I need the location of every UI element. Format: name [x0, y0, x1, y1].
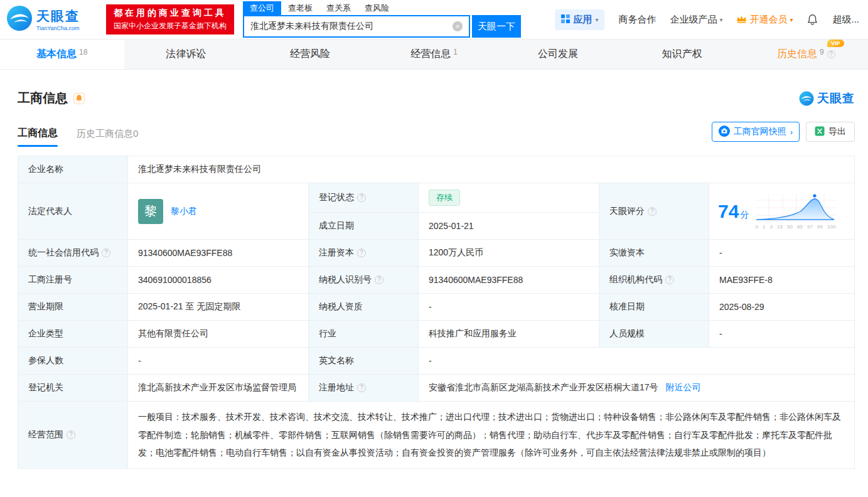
help-icon[interactable]: ?: [375, 275, 383, 284]
tianyancha-logo-icon: [6, 5, 33, 34]
value-company-name: 淮北逐梦未来科技有限责任公司: [128, 156, 855, 183]
label-legal-rep: 法定代表人: [18, 183, 128, 240]
apps-grid-icon: [561, 14, 570, 25]
tab-history-info[interactable]: 历史信息 9 ? VIP: [744, 40, 868, 69]
label-business-term: 营业期限: [18, 294, 128, 321]
chevron-down-icon: ▾: [790, 16, 793, 23]
value-reg-number: 340691000018856: [128, 267, 309, 294]
watermark-logo-label: 天眼查: [817, 90, 855, 107]
label-industry: 行业: [309, 321, 419, 348]
value-establish-date: 2025-01-21: [419, 213, 599, 240]
vip-membership-label: 开通会员: [749, 14, 787, 26]
export-button-label: 导出: [828, 126, 846, 137]
notification-bell-icon[interactable]: [806, 14, 818, 26]
subtab-history-business-info[interactable]: 历史工商信息0: [77, 128, 138, 147]
value-business-scope: 一般项目：技术服务、技术开发、技术咨询、技术交流、技术转让、技术推广；进出口代理…: [128, 402, 855, 469]
value-taxpayer-quality: -: [419, 294, 599, 321]
label-company-name: 企业名称: [18, 156, 128, 183]
legal-rep-link[interactable]: 黎小君: [171, 206, 197, 217]
table-row: 营业期限 2025-01-21 至 无固定期限 纳税人资质 - 核准日期 202…: [18, 294, 855, 321]
tab-intellectual-property[interactable]: 知识产权: [620, 40, 744, 69]
top-bar: 天眼查 TianYanCha.com 都在用的商业查询工具 国家中小企业发展子基…: [0, 0, 868, 40]
label-business-scope: 经营范围?: [18, 402, 128, 469]
apps-menu[interactable]: 应用 ▾: [555, 9, 604, 30]
excel-export-icon: [815, 126, 825, 138]
label-reg-capital: 注册资本?: [309, 240, 419, 267]
value-staff-size: -: [709, 321, 855, 348]
label-reg-status: 登记状态?: [309, 183, 419, 213]
promo-badge: 都在用的商业查询工具 国家中小企业发展子基金旗下机构: [106, 4, 234, 35]
label-approval-date: 核准日期: [599, 294, 709, 321]
search-tab-relation[interactable]: 查关系: [319, 1, 358, 15]
super-vip-link[interactable]: 超级...: [832, 14, 859, 26]
label-company-type: 企业类型: [18, 321, 128, 348]
main-content: 工商信息 天眼查 工商信息 历史工商信息0: [0, 90, 868, 469]
value-business-term: 2025-01-21 至 无固定期限: [128, 294, 309, 321]
logo-title: 天眼查: [36, 8, 80, 25]
value-tianyan-score[interactable]: 74分: [709, 183, 855, 240]
label-english-name: 英文名称: [309, 348, 419, 375]
official-snapshot-button[interactable]: 工商官网快照 ›: [712, 122, 800, 142]
apps-menu-label: 应用: [573, 14, 592, 26]
score-number[interactable]: 74分: [718, 201, 749, 222]
export-button[interactable]: 导出: [806, 122, 855, 142]
tab-legal-litigation[interactable]: 法律诉讼: [124, 40, 249, 69]
label-reg-number: 工商注册号: [18, 267, 128, 294]
value-paid-capital: -: [709, 240, 855, 267]
legal-rep-avatar[interactable]: 黎: [138, 199, 163, 224]
search-tab-boss[interactable]: 查老板: [281, 1, 319, 15]
search-button[interactable]: 天眼一下: [472, 15, 521, 38]
help-icon[interactable]: ?: [827, 50, 835, 58]
business-info-table: 企业名称 淮北逐梦未来科技有限责任公司 法定代表人 黎 黎小君: [18, 156, 855, 469]
table-row: 统一社会信用代码? 91340600MAE93FFE88 注册资本? 1200万…: [18, 240, 855, 267]
subtab-business-info[interactable]: 工商信息: [18, 127, 58, 147]
score-axis-labels: 01 315 5085 9799 100: [755, 224, 835, 230]
help-icon[interactable]: ?: [357, 383, 366, 392]
help-icon[interactable]: ?: [357, 193, 366, 202]
value-legal-rep: 黎 黎小君: [128, 183, 309, 240]
table-row: 登记机关 淮北高新技术产业开发区市场监督管理局 注册地址? 安徽省淮北市高新区龙…: [18, 375, 855, 402]
enterprise-products-label: 企业级产品: [670, 14, 717, 26]
table-row: 参保人数 - 英文名称 -: [18, 348, 855, 375]
label-staff-size: 人员规模: [599, 321, 709, 348]
search-area: 查公司 查老板 查关系 查风险 × 天眼一下: [243, 1, 521, 38]
snapshot-button-label: 工商官网快照: [734, 126, 786, 137]
help-icon[interactable]: ?: [102, 248, 110, 257]
tab-basic-info[interactable]: 基本信息 18: [0, 40, 124, 69]
label-establish-date: 成立日期: [309, 213, 419, 240]
promo-line1: 都在用的商业查询工具: [114, 8, 227, 19]
value-taxpayer-id: 91340600MAE93FFE88: [419, 267, 599, 294]
label-reg-address: 注册地址?: [309, 375, 419, 402]
tab-company-development[interactable]: 公司发展: [496, 40, 620, 69]
clear-search-icon[interactable]: ×: [453, 21, 463, 31]
crown-icon: [736, 14, 747, 25]
search-input[interactable]: [244, 21, 453, 31]
tianyancha-logo[interactable]: 天眼查 TianYanCha.com: [6, 5, 80, 34]
help-icon[interactable]: ?: [665, 275, 674, 284]
value-reg-authority: 淮北高新技术产业开发区市场监督管理局: [128, 375, 309, 402]
label-org-code: 组织机构代码?: [599, 267, 709, 294]
tab-operation-info[interactable]: 经营信息 1: [372, 40, 496, 69]
status-badge: 存续: [429, 190, 460, 206]
business-cooperation-link[interactable]: 商务合作: [618, 14, 656, 26]
help-icon[interactable]: ?: [648, 207, 656, 216]
chevron-down-icon: ▾: [595, 16, 598, 23]
value-industry: 科技推广和应用服务业: [419, 321, 599, 348]
nearby-companies-link[interactable]: 附近公司: [665, 382, 700, 392]
help-icon[interactable]: ?: [67, 430, 75, 439]
value-org-code: MAE93FFE-8: [709, 267, 855, 294]
help-icon[interactable]: ?: [357, 248, 366, 257]
value-company-type: 其他有限责任公司: [128, 321, 309, 348]
business-cooperation-label: 商务合作: [618, 14, 656, 26]
subscribe-bell-icon[interactable]: [73, 93, 85, 104]
vip-membership-menu[interactable]: 开通会员 ▾: [736, 14, 793, 26]
section-title: 工商信息: [18, 90, 68, 107]
search-tab-company[interactable]: 查公司: [243, 1, 281, 15]
company-section-tabs: 基本信息 18 法律诉讼 经营风险 经营信息 1 公司发展 知识产权 历史信息 …: [0, 40, 868, 70]
search-tab-risk[interactable]: 查风险: [358, 1, 396, 15]
header-links: 应用 ▾ 商务合作 企业级产品 ▾ 开通会员 ▾: [555, 9, 859, 30]
tab-operation-risk[interactable]: 经营风险: [248, 40, 372, 69]
value-reg-address: 安徽省淮北市高新区龙湖高新技术产业开发区梧桐大道17号 附近公司: [419, 375, 855, 402]
value-english-name: -: [419, 348, 855, 375]
enterprise-products-menu[interactable]: 企业级产品 ▾: [670, 14, 722, 26]
